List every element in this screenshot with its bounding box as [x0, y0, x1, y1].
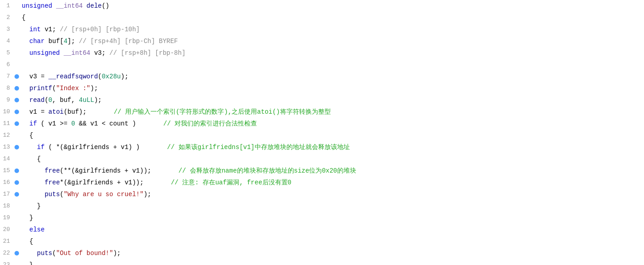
code-tokens: unsigned __int64 dele() [22, 1, 109, 11]
breakpoint-indicator [15, 86, 19, 91]
token-fn: free [44, 167, 60, 174]
code-content: } [20, 213, 644, 223]
line-number: 12 [0, 131, 14, 140]
breakpoint-dot[interactable] [14, 98, 20, 102]
token-var: v1 [90, 120, 98, 127]
line-number: 18 [0, 202, 14, 211]
token-punct: )); [140, 167, 151, 174]
code-row: 9 read(0, buf, 4uLL); [0, 94, 644, 106]
token-type-gray: // [rsp+8h] [rbp-8h] [109, 49, 185, 57]
token-punct: } [37, 202, 41, 210]
breakpoint-indicator [15, 251, 19, 255]
token-fn: puts [44, 191, 60, 198]
token-punct: ); [79, 108, 87, 116]
token-var: buf [68, 108, 79, 116]
token-punct: + [113, 179, 125, 186]
code-row: 2{ [0, 12, 644, 24]
token-punct: (**( [60, 167, 75, 174]
token-num: 0 [71, 120, 75, 127]
code-content: } [20, 260, 644, 265]
code-content: puts("Why are u so cruel!"); [20, 189, 644, 199]
code-tokens: v1 = atoi(buf); [22, 107, 87, 117]
token-var: v3 [90, 49, 102, 57]
code-content: printf("Index :"); [20, 83, 644, 93]
code-row: 20 else [0, 224, 644, 236]
line-number: 17 [0, 190, 14, 199]
token-var: girlfriends [68, 144, 109, 151]
inline-comment: // 用户输入一个索引(字符形式的数字),之后使用atoi()将字符转换为整型 [114, 107, 331, 117]
code-row: 21 { [0, 236, 644, 247]
token-kw: unsigned [22, 2, 56, 10]
line-number: 6 [0, 60, 14, 70]
token-punct: } [29, 214, 33, 222]
token-punct: ); [90, 85, 98, 92]
breakpoint-dot[interactable] [14, 86, 20, 91]
token-kw2: __int64 [63, 49, 90, 57]
token-punct: + [109, 144, 121, 151]
code-tokens: read(0, buf, 4uLL); [22, 95, 102, 105]
line-number: 14 [0, 154, 14, 164]
breakpoint-dot[interactable] [14, 192, 20, 197]
token-str: "Index :" [56, 85, 91, 92]
inline-comment: // 如果该girlfriedns[v1]中存放堆块的地址就会释放该地址 [167, 142, 350, 152]
breakpoint-dot[interactable] [14, 169, 20, 173]
token-var: v1 [125, 179, 132, 186]
breakpoint-indicator [15, 74, 19, 79]
line-number: 16 [0, 178, 14, 188]
code-tokens: int v1; // [rsp+0h] [rbp-10h] [22, 24, 140, 34]
code-tokens: v3 = __readfsqword(0x28u); [22, 72, 128, 82]
code-tokens: { [22, 130, 33, 140]
token-num: 0x28u [102, 73, 121, 80]
token-type-gray: // [rsp+0h] [rbp-10h] [60, 26, 140, 33]
code-content: char buf[4]; // [rsp+4h] [rbp-Ch] BYREF [20, 36, 644, 46]
code-row: 19 } [0, 212, 644, 224]
code-content: read(0, buf, 4uLL); [20, 95, 644, 105]
code-content: free(**(&girlfriends + v1));// 会释放存放name… [20, 166, 644, 176]
token-punct: { [29, 238, 33, 245]
token-punct: { [37, 155, 41, 163]
token-punct: = [37, 73, 48, 80]
code-content: unsigned __int64 v3; // [rsp+8h] [rbp-8h… [20, 48, 644, 58]
token-var: v1 [132, 167, 140, 174]
line-number: 9 [0, 96, 14, 105]
token-punct: ); [113, 250, 121, 257]
code-row: 11 if ( v1 >= 0 && v1 < count )// 对我们的索引… [0, 118, 644, 130]
token-var: v1 [29, 108, 37, 116]
token-punct: ; [102, 49, 109, 57]
code-content: { [20, 236, 644, 246]
token-punct: >= [56, 120, 72, 127]
inline-comment: // 注意: 存在uaf漏洞, free后没有置0 [171, 178, 291, 188]
breakpoint-indicator [15, 98, 19, 102]
code-row: 13 if ( *(&girlfriends + v1) )// 如果该girl… [0, 141, 644, 153]
token-fn: free [44, 179, 60, 186]
token-fn: puts [37, 250, 53, 257]
line-number: 13 [0, 143, 14, 152]
code-row: 18 } [0, 200, 644, 212]
code-row: 6 [0, 59, 644, 71]
token-kw: int [29, 26, 41, 33]
code-row: 3 int v1; // [rsp+0h] [rbp-10h] [0, 24, 644, 35]
breakpoint-dot[interactable] [14, 110, 20, 114]
token-fn: dele [82, 2, 102, 10]
token-punct: , [71, 96, 79, 104]
breakpoint-dot[interactable] [14, 74, 20, 79]
breakpoint-indicator [15, 192, 19, 197]
breakpoint-dot[interactable] [14, 180, 20, 185]
token-kw: unsigned [29, 49, 64, 57]
code-row: 4 char buf[4]; // [rsp+4h] [rbp-Ch] BYRE… [0, 35, 644, 47]
code-content: free*(&girlfriends + v1));// 注意: 存在uaf漏洞… [20, 178, 644, 188]
line-number: 23 [0, 260, 14, 265]
code-tokens: if ( v1 >= 0 && v1 < count ) [22, 119, 136, 129]
token-kw2: __int64 [56, 2, 83, 10]
breakpoint-dot[interactable] [14, 121, 20, 126]
token-var: buf [60, 96, 71, 104]
token-kw: else [29, 226, 45, 233]
breakpoint-dot[interactable] [14, 251, 20, 255]
code-row: 10 v1 = atoi(buf);// 用户输入一个索引(字符形式的数字),之… [0, 106, 644, 118]
token-punct: *( [60, 179, 68, 186]
token-punct: ) [128, 120, 136, 127]
token-punct: { [29, 132, 33, 139]
token-punct: } [29, 261, 33, 265]
line-number: 11 [0, 119, 14, 129]
breakpoint-dot[interactable] [14, 145, 20, 149]
